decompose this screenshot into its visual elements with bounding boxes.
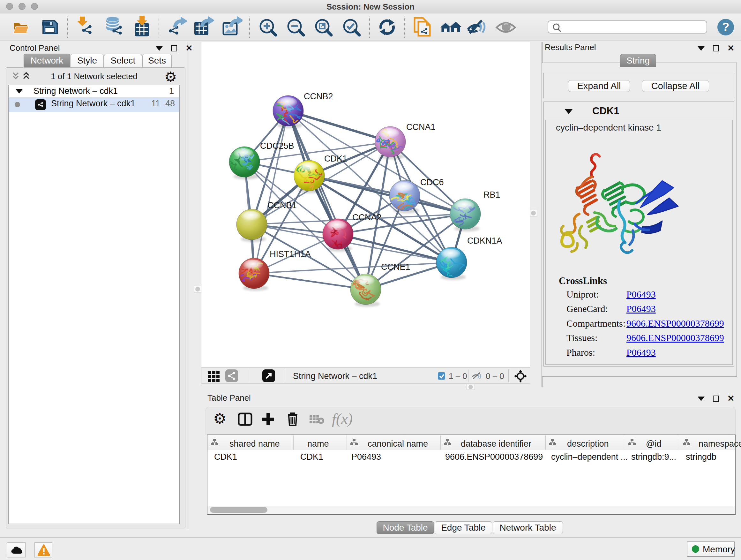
svg-text:CCNA1: CCNA1 bbox=[406, 122, 435, 132]
svg-text:CDKN1A: CDKN1A bbox=[467, 236, 502, 246]
svg-text:CDC25B: CDC25B bbox=[260, 141, 294, 151]
svg-text:CCNE1: CCNE1 bbox=[381, 262, 410, 272]
svg-text:CDK1: CDK1 bbox=[324, 154, 347, 164]
svg-text:CDC6: CDC6 bbox=[420, 178, 444, 187]
svg-text:HIST1H1A: HIST1H1A bbox=[270, 249, 311, 259]
svg-text:RB1: RB1 bbox=[483, 190, 500, 199]
svg-text:CCNB2: CCNB2 bbox=[304, 91, 333, 101]
svg-text:CCNA2: CCNA2 bbox=[352, 212, 382, 222]
svg-text:CCNB1: CCNB1 bbox=[267, 200, 297, 210]
